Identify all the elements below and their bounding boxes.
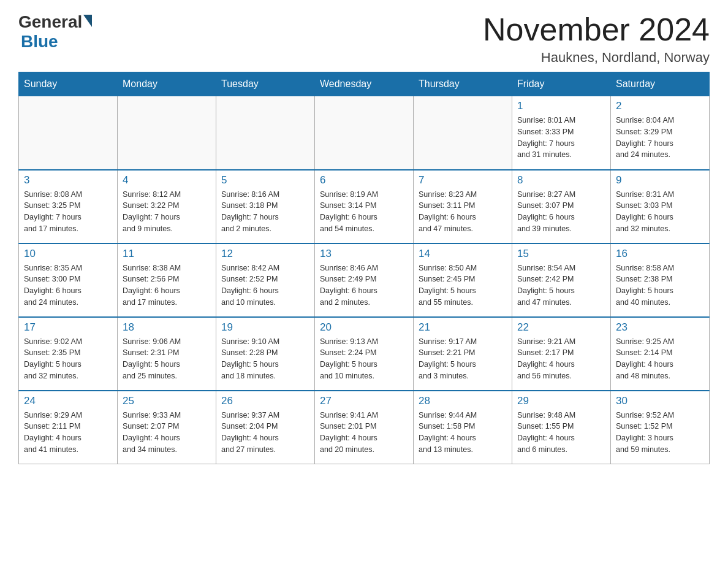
day-number: 12 bbox=[221, 248, 309, 260]
day-info: Sunrise: 8:23 AMSunset: 3:11 PMDaylight:… bbox=[419, 189, 507, 235]
calendar-cell: 1Sunrise: 8:01 AMSunset: 3:33 PMDaylight… bbox=[512, 96, 611, 170]
calendar-cell: 22Sunrise: 9:21 AMSunset: 2:17 PMDayligh… bbox=[512, 317, 611, 391]
day-info: Sunrise: 9:48 AMSunset: 1:55 PMDaylight:… bbox=[517, 410, 605, 456]
location-title: Hauknes, Nordland, Norway bbox=[483, 50, 710, 66]
weekday-header-sunday: Sunday bbox=[19, 72, 118, 96]
day-info: Sunrise: 8:04 AMSunset: 3:29 PMDaylight:… bbox=[616, 115, 704, 161]
calendar-cell: 12Sunrise: 8:42 AMSunset: 2:52 PMDayligh… bbox=[216, 243, 315, 317]
day-number: 16 bbox=[616, 248, 704, 260]
calendar-cell: 2Sunrise: 8:04 AMSunset: 3:29 PMDaylight… bbox=[611, 96, 710, 170]
title-area: November 2024 Hauknes, Nordland, Norway bbox=[483, 12, 710, 66]
day-number: 3 bbox=[24, 174, 112, 186]
day-info: Sunrise: 8:12 AMSunset: 3:22 PMDaylight:… bbox=[123, 189, 211, 235]
weekday-header-wednesday: Wednesday bbox=[315, 72, 414, 96]
day-number: 10 bbox=[24, 248, 112, 260]
calendar-cell bbox=[216, 96, 315, 170]
day-info: Sunrise: 9:10 AMSunset: 2:28 PMDaylight:… bbox=[221, 336, 309, 382]
day-info: Sunrise: 9:29 AMSunset: 2:11 PMDaylight:… bbox=[24, 410, 112, 456]
calendar-cell: 30Sunrise: 9:52 AMSunset: 1:52 PMDayligh… bbox=[611, 391, 710, 464]
day-info: Sunrise: 8:08 AMSunset: 3:25 PMDaylight:… bbox=[24, 189, 112, 235]
weekday-header-saturday: Saturday bbox=[611, 72, 710, 96]
day-number: 2 bbox=[616, 100, 704, 112]
calendar-cell: 23Sunrise: 9:25 AMSunset: 2:14 PMDayligh… bbox=[611, 317, 710, 391]
day-number: 19 bbox=[221, 321, 309, 334]
logo-general-text: General bbox=[18, 12, 82, 32]
calendar-cell: 9Sunrise: 8:31 AMSunset: 3:03 PMDaylight… bbox=[611, 170, 710, 243]
day-number: 14 bbox=[419, 248, 507, 260]
calendar-cell: 5Sunrise: 8:16 AMSunset: 3:18 PMDaylight… bbox=[216, 170, 315, 243]
day-info: Sunrise: 8:27 AMSunset: 3:07 PMDaylight:… bbox=[517, 189, 605, 235]
day-info: Sunrise: 9:17 AMSunset: 2:21 PMDaylight:… bbox=[419, 336, 507, 382]
calendar-cell bbox=[19, 96, 118, 170]
calendar-cell: 11Sunrise: 8:38 AMSunset: 2:56 PMDayligh… bbox=[118, 243, 216, 317]
calendar-cell: 14Sunrise: 8:50 AMSunset: 2:45 PMDayligh… bbox=[414, 243, 512, 317]
day-info: Sunrise: 8:58 AMSunset: 2:38 PMDaylight:… bbox=[616, 262, 704, 308]
logo: General Blue bbox=[18, 12, 92, 52]
calendar-cell: 27Sunrise: 9:41 AMSunset: 2:01 PMDayligh… bbox=[315, 391, 414, 464]
calendar-cell: 25Sunrise: 9:33 AMSunset: 2:07 PMDayligh… bbox=[118, 391, 216, 464]
calendar-cell: 15Sunrise: 8:54 AMSunset: 2:42 PMDayligh… bbox=[512, 243, 611, 317]
day-info: Sunrise: 8:31 AMSunset: 3:03 PMDaylight:… bbox=[616, 189, 704, 235]
calendar-week-1: 1Sunrise: 8:01 AMSunset: 3:33 PMDaylight… bbox=[19, 96, 710, 170]
calendar-week-4: 17Sunrise: 9:02 AMSunset: 2:35 PMDayligh… bbox=[19, 317, 710, 391]
day-number: 29 bbox=[517, 395, 605, 407]
weekday-header-thursday: Thursday bbox=[414, 72, 512, 96]
day-number: 11 bbox=[123, 248, 211, 260]
day-number: 24 bbox=[24, 395, 112, 407]
calendar-cell: 7Sunrise: 8:23 AMSunset: 3:11 PMDaylight… bbox=[414, 170, 512, 243]
calendar-week-2: 3Sunrise: 8:08 AMSunset: 3:25 PMDaylight… bbox=[19, 170, 710, 243]
day-info: Sunrise: 9:25 AMSunset: 2:14 PMDaylight:… bbox=[616, 336, 704, 382]
calendar-week-3: 10Sunrise: 8:35 AMSunset: 3:00 PMDayligh… bbox=[19, 243, 710, 317]
calendar-cell: 28Sunrise: 9:44 AMSunset: 1:58 PMDayligh… bbox=[414, 391, 512, 464]
calendar-week-5: 24Sunrise: 9:29 AMSunset: 2:11 PMDayligh… bbox=[19, 391, 710, 464]
calendar-cell bbox=[414, 96, 512, 170]
calendar-cell: 19Sunrise: 9:10 AMSunset: 2:28 PMDayligh… bbox=[216, 317, 315, 391]
calendar-cell: 21Sunrise: 9:17 AMSunset: 2:21 PMDayligh… bbox=[414, 317, 512, 391]
day-info: Sunrise: 8:01 AMSunset: 3:33 PMDaylight:… bbox=[517, 115, 605, 161]
day-info: Sunrise: 9:33 AMSunset: 2:07 PMDaylight:… bbox=[123, 410, 211, 456]
weekday-header-tuesday: Tuesday bbox=[216, 72, 315, 96]
calendar-cell: 8Sunrise: 8:27 AMSunset: 3:07 PMDaylight… bbox=[512, 170, 611, 243]
calendar-cell: 6Sunrise: 8:19 AMSunset: 3:14 PMDaylight… bbox=[315, 170, 414, 243]
day-number: 30 bbox=[616, 395, 704, 407]
day-info: Sunrise: 9:13 AMSunset: 2:24 PMDaylight:… bbox=[320, 336, 408, 382]
day-info: Sunrise: 9:41 AMSunset: 2:01 PMDaylight:… bbox=[320, 410, 408, 456]
day-info: Sunrise: 9:02 AMSunset: 2:35 PMDaylight:… bbox=[24, 336, 112, 382]
calendar-cell: 26Sunrise: 9:37 AMSunset: 2:04 PMDayligh… bbox=[216, 391, 315, 464]
weekday-header-monday: Monday bbox=[118, 72, 216, 96]
calendar-cell bbox=[118, 96, 216, 170]
day-number: 25 bbox=[123, 395, 211, 407]
day-info: Sunrise: 8:46 AMSunset: 2:49 PMDaylight:… bbox=[320, 262, 408, 308]
day-info: Sunrise: 8:54 AMSunset: 2:42 PMDaylight:… bbox=[517, 262, 605, 308]
day-info: Sunrise: 9:37 AMSunset: 2:04 PMDaylight:… bbox=[221, 410, 309, 456]
day-info: Sunrise: 8:42 AMSunset: 2:52 PMDaylight:… bbox=[221, 262, 309, 308]
day-number: 1 bbox=[517, 100, 605, 112]
day-number: 15 bbox=[517, 248, 605, 260]
day-info: Sunrise: 8:35 AMSunset: 3:00 PMDaylight:… bbox=[24, 262, 112, 308]
calendar-cell: 3Sunrise: 8:08 AMSunset: 3:25 PMDaylight… bbox=[19, 170, 118, 243]
day-info: Sunrise: 9:52 AMSunset: 1:52 PMDaylight:… bbox=[616, 410, 704, 456]
day-number: 7 bbox=[419, 174, 507, 186]
calendar-cell: 20Sunrise: 9:13 AMSunset: 2:24 PMDayligh… bbox=[315, 317, 414, 391]
day-info: Sunrise: 8:19 AMSunset: 3:14 PMDaylight:… bbox=[320, 189, 408, 235]
calendar-cell: 18Sunrise: 9:06 AMSunset: 2:31 PMDayligh… bbox=[118, 317, 216, 391]
day-number: 13 bbox=[320, 248, 408, 260]
day-info: Sunrise: 8:16 AMSunset: 3:18 PMDaylight:… bbox=[221, 189, 309, 235]
day-info: Sunrise: 9:21 AMSunset: 2:17 PMDaylight:… bbox=[517, 336, 605, 382]
calendar-cell: 10Sunrise: 8:35 AMSunset: 3:00 PMDayligh… bbox=[19, 243, 118, 317]
day-number: 5 bbox=[221, 174, 309, 186]
day-number: 26 bbox=[221, 395, 309, 407]
calendar-cell: 24Sunrise: 9:29 AMSunset: 2:11 PMDayligh… bbox=[19, 391, 118, 464]
day-number: 23 bbox=[616, 321, 704, 334]
day-number: 9 bbox=[616, 174, 704, 186]
day-number: 22 bbox=[517, 321, 605, 334]
day-number: 28 bbox=[419, 395, 507, 407]
day-info: Sunrise: 8:38 AMSunset: 2:56 PMDaylight:… bbox=[123, 262, 211, 308]
calendar-table: SundayMondayTuesdayWednesdayThursdayFrid… bbox=[18, 72, 710, 464]
calendar-header-row: SundayMondayTuesdayWednesdayThursdayFrid… bbox=[19, 72, 710, 96]
logo-triangle-icon bbox=[83, 15, 92, 27]
day-number: 6 bbox=[320, 174, 408, 186]
calendar-cell: 17Sunrise: 9:02 AMSunset: 2:35 PMDayligh… bbox=[19, 317, 118, 391]
day-number: 21 bbox=[419, 321, 507, 334]
calendar-cell: 13Sunrise: 8:46 AMSunset: 2:49 PMDayligh… bbox=[315, 243, 414, 317]
